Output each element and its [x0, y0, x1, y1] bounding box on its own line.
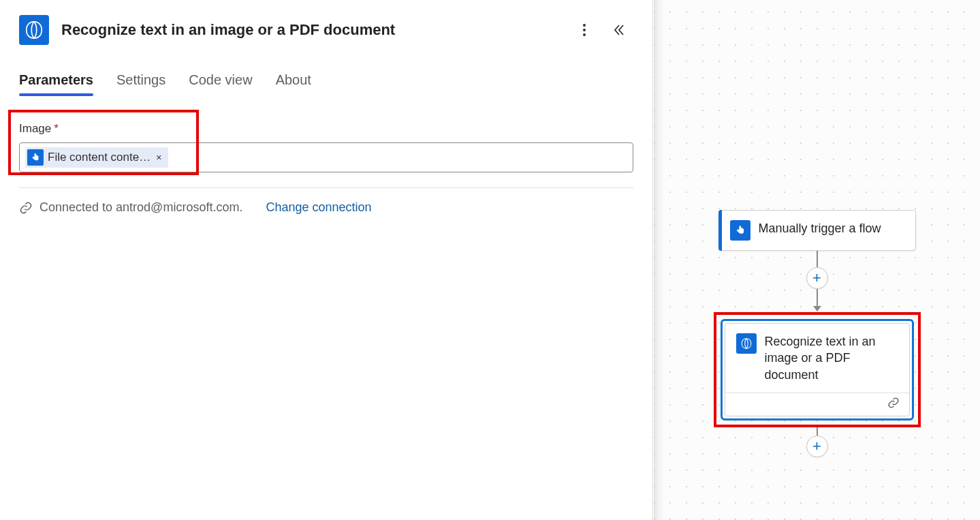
image-field-label-text: Image: [19, 122, 51, 136]
token-remove-button[interactable]: ×: [155, 152, 163, 163]
more-options-button[interactable]: [573, 19, 595, 41]
panel-title: Recognize text in an image or a PDF docu…: [61, 21, 561, 39]
ai-builder-icon: [19, 15, 49, 45]
svg-point-0: [583, 24, 586, 27]
panel-tabs: Parameters Settings Code view About: [0, 45, 652, 95]
link-icon: [19, 201, 33, 215]
tab-parameters[interactable]: Parameters: [19, 72, 93, 95]
annotation-highlight-action-card: Recognize text in an image or a PDF docu…: [714, 312, 921, 427]
dynamic-content-token[interactable]: File content conte… ×: [25, 147, 168, 168]
ai-builder-icon: [736, 333, 757, 354]
action-card-selected[interactable]: Recognize text in an image or a PDF docu…: [721, 319, 914, 420]
action-card-title: Recognize text in an image or a PDF docu…: [765, 333, 898, 383]
tab-settings[interactable]: Settings: [116, 72, 165, 95]
connection-row: Connected to antrod@microsoft.com. Chang…: [0, 188, 652, 215]
image-field-area: Image * File content conte… ×: [19, 122, 633, 172]
header-actions: [573, 19, 629, 41]
details-panel: Recognize text in an image or a PDF docu…: [0, 0, 653, 520]
trigger-card-title: Manually trigger a flow: [759, 220, 881, 236]
action-card-footer: [725, 393, 909, 416]
connection-text: Connected to antrod@microsoft.com.: [39, 200, 242, 215]
collapse-panel-button[interactable]: [607, 19, 629, 41]
flow-connector-arrow: [817, 289, 818, 307]
tab-code-view[interactable]: Code view: [189, 72, 252, 95]
card-accent-bar: [718, 210, 722, 251]
panel-header: Recognize text in an image or a PDF docu…: [0, 0, 652, 45]
svg-point-2: [583, 33, 586, 36]
touch-icon: [730, 220, 750, 241]
flow-connector: [817, 427, 818, 435]
change-connection-link[interactable]: Change connection: [266, 200, 371, 215]
tab-about[interactable]: About: [276, 72, 311, 95]
svg-point-1: [583, 29, 586, 31]
add-step-button[interactable]: +: [806, 267, 828, 289]
image-field-label: Image *: [19, 122, 633, 136]
add-step-button[interactable]: +: [806, 435, 828, 457]
touch-icon: [27, 149, 44, 166]
link-icon: [887, 397, 900, 412]
required-indicator: *: [54, 122, 59, 136]
trigger-card[interactable]: Manually trigger a flow: [718, 210, 916, 251]
image-input[interactable]: File content conte… ×: [19, 142, 633, 172]
flow-connector: [817, 251, 818, 267]
token-text: File content conte…: [48, 151, 151, 164]
flow-canvas[interactable]: Manually trigger a flow +: [654, 0, 980, 520]
flow-stack: Manually trigger a flow +: [715, 210, 919, 457]
